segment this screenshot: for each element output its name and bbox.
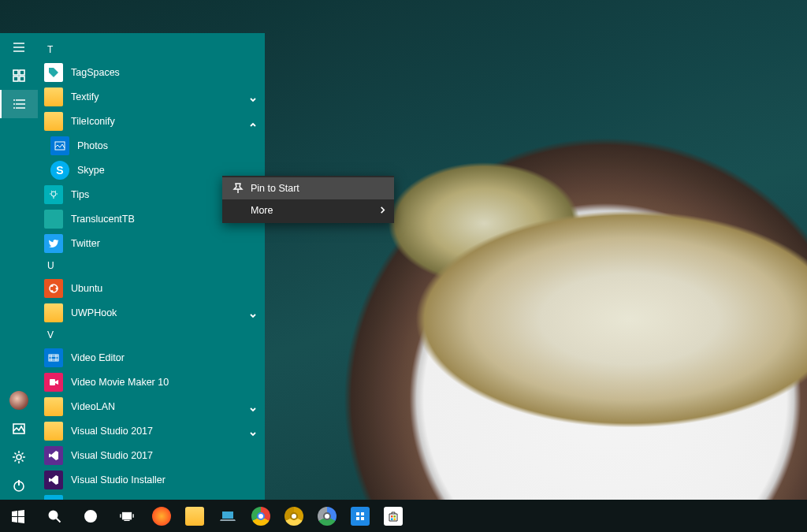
chevron-up-icon <box>249 117 257 125</box>
app-label: UWPHook <box>71 307 117 318</box>
chrome-canary-icon <box>284 507 303 526</box>
app-row-video-editor[interactable]: Video Editor <box>38 345 265 370</box>
svg-rect-1 <box>20 70 24 75</box>
app-label: Ubuntu <box>71 283 102 294</box>
tagspaces-icon <box>44 63 63 82</box>
rail-pinned-tiles-button[interactable] <box>0 61 38 90</box>
search-icon <box>47 509 61 523</box>
pin-icon <box>232 182 244 195</box>
app-row-visual-studio-2017[interactable]: Visual Studio 2017 <box>38 443 265 467</box>
svg-point-6 <box>13 107 15 109</box>
svg-point-13 <box>56 287 58 289</box>
taskbar-app-firefox[interactable] <box>145 500 178 532</box>
app-label: TileIconify <box>71 116 115 127</box>
app-label: Video Movie Maker 10 <box>71 377 169 388</box>
context-menu: Pin to Start More <box>222 176 394 223</box>
all-apps-list[interactable]: T TagSpaces Textify TileIconify Photos S… <box>38 33 265 500</box>
chevron-down-icon <box>249 309 257 317</box>
skype-icon: S <box>50 161 69 180</box>
tiles-icon <box>12 69 26 83</box>
svg-rect-2 <box>13 76 18 81</box>
app-row-video-movie-maker[interactable]: Video Movie Maker 10 <box>38 370 265 394</box>
chevron-down-icon <box>249 93 257 101</box>
app-row-twitter[interactable]: Twitter <box>38 231 265 255</box>
folder-icon <box>44 87 63 106</box>
svg-rect-27 <box>391 518 393 520</box>
app-row-partial-cutoff[interactable] <box>38 492 265 500</box>
visual-studio-icon <box>44 446 63 465</box>
taskbar-app-file-explorer[interactable] <box>178 500 211 532</box>
taskbar-app-chrome[interactable] <box>244 500 277 532</box>
photos-icon <box>50 136 69 155</box>
app-row-visual-studio-installer[interactable]: Visual Studio Installer <box>38 467 265 492</box>
context-menu-pin-to-start[interactable]: Pin to Start <box>222 177 394 199</box>
visual-studio-installer-icon <box>44 471 63 489</box>
svg-rect-3 <box>20 76 24 81</box>
svg-point-15 <box>51 290 54 292</box>
app-row-videolan[interactable]: VideoLAN <box>38 394 265 419</box>
section-header-u[interactable]: U <box>38 255 265 276</box>
rail-pictures-button[interactable] <box>0 415 38 443</box>
context-menu-label: More <box>251 205 273 216</box>
chevron-down-icon <box>249 427 257 435</box>
context-menu-more[interactable]: More <box>222 199 394 221</box>
taskbar-app-microsoft-store[interactable] <box>377 500 410 532</box>
chevron-down-icon <box>249 403 257 411</box>
app-icon <box>351 507 370 526</box>
section-header-v[interactable]: V <box>38 325 265 345</box>
list-icon <box>13 97 27 111</box>
app-label: Skype <box>77 165 105 176</box>
chevron-right-icon <box>379 205 386 216</box>
video-editor-icon <box>44 348 63 367</box>
svg-rect-26 <box>394 515 396 518</box>
app-row-uwphook[interactable]: UWPHook <box>38 300 265 325</box>
power-icon <box>12 478 26 493</box>
blank-icon <box>232 204 244 217</box>
laptop-icon <box>218 507 237 526</box>
search-button[interactable] <box>36 500 73 532</box>
svg-rect-24 <box>361 517 364 520</box>
svg-point-5 <box>13 103 15 105</box>
app-row-textify[interactable]: Textify <box>38 84 265 109</box>
windows-logo-icon <box>11 509 25 523</box>
task-view-button[interactable] <box>109 500 145 532</box>
app-row-visual-studio-2017-folder[interactable]: Visual Studio 2017 <box>38 419 265 443</box>
chrome-dev-icon <box>318 507 337 526</box>
section-header-t[interactable]: T <box>38 39 265 60</box>
firefox-icon <box>152 507 171 526</box>
taskbar-app-unknown-blue[interactable] <box>344 500 377 532</box>
start-menu-panel: T TagSpaces Textify TileIconify Photos S… <box>0 33 265 500</box>
rail-expand-button[interactable] <box>0 33 38 61</box>
svg-rect-16 <box>49 355 58 361</box>
app-row-ubuntu[interactable]: Ubuntu <box>38 276 265 300</box>
rail-all-apps-button[interactable] <box>0 90 38 118</box>
rail-power-button[interactable] <box>0 471 38 500</box>
app-row-tileiconify[interactable]: TileIconify <box>38 109 265 133</box>
pictures-icon <box>12 422 26 436</box>
svg-rect-23 <box>356 517 359 520</box>
svg-point-18 <box>50 511 58 519</box>
rail-settings-button[interactable] <box>0 443 38 471</box>
svg-rect-28 <box>394 518 396 520</box>
start-button[interactable] <box>0 500 36 532</box>
microsoft-store-icon <box>384 507 403 526</box>
taskbar-app-chrome-dev[interactable] <box>311 500 344 532</box>
app-label: Twitter <box>71 238 100 249</box>
app-label: Photos <box>77 140 108 151</box>
taskbar-app-chrome-canary[interactable] <box>277 500 311 532</box>
translucenttb-icon <box>44 210 63 229</box>
app-label: Textify <box>71 91 99 102</box>
app-label: Tips <box>71 189 89 200</box>
taskbar-app-laptop[interactable] <box>211 500 244 532</box>
rail-user-button[interactable] <box>0 386 38 415</box>
app-label: Video Editor <box>71 352 125 363</box>
user-avatar-icon <box>9 391 28 410</box>
app-row-photos[interactable]: Photos <box>38 133 265 158</box>
app-label: Visual Studio 2017 <box>71 450 153 461</box>
folder-icon <box>44 422 63 441</box>
cortana-button[interactable] <box>73 500 109 532</box>
app-label: Visual Studio Installer <box>71 474 165 485</box>
app-row-tagspaces[interactable]: TagSpaces <box>38 60 265 84</box>
svg-rect-17 <box>50 379 55 385</box>
svg-point-11 <box>51 192 56 196</box>
